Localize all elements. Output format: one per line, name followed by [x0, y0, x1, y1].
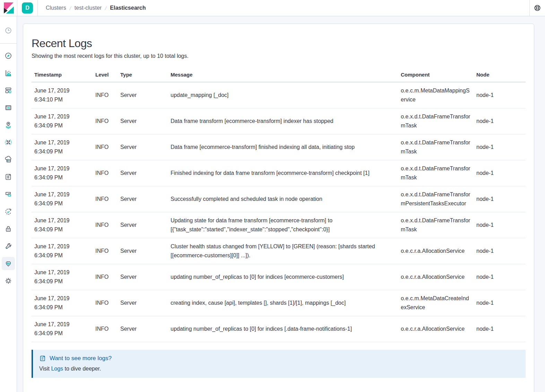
infrastructure-cloud-icon: [5, 156, 12, 163]
main-content: Recent Logs Showing the most recent logs…: [17, 16, 545, 392]
sidebar-item-logs[interactable]: [2, 170, 15, 184]
kibana-logo[interactable]: [0, 0, 17, 16]
cell-type: Server: [118, 290, 168, 316]
recent-logs-table: Timestamp Level Type Message Component N…: [32, 68, 526, 342]
cell-message: Cluster health status changed from [YELL…: [168, 238, 398, 264]
log-table-row: June 17, 20196:34:09 PM INFO Server upda…: [32, 264, 526, 290]
log-table-row: June 17, 20196:34:09 PM INFO Server upda…: [32, 316, 526, 342]
page-subtitle: Showing the most recent logs for this cl…: [32, 53, 526, 59]
callout-body: Visit Logs to dive deeper.: [39, 366, 519, 372]
sidebar-item-infrastructure[interactable]: [2, 153, 15, 166]
recent-logs-panel: Recent Logs Showing the most recent logs…: [23, 24, 534, 392]
sidebar-item-discover[interactable]: [2, 49, 15, 62]
cell-type: Server: [118, 186, 168, 212]
sidebar-item-visualize[interactable]: [2, 66, 15, 80]
cell-component: o.e.x.d.t.DataFrameTransformTask: [398, 134, 474, 160]
cell-timestamp: June 17, 20196:34:09 PM: [32, 212, 93, 238]
cell-level: INFO: [93, 264, 118, 290]
cell-timestamp: June 17, 20196:34:09 PM: [32, 186, 93, 212]
cell-node: node-1: [474, 290, 526, 316]
header-divider: [37, 0, 38, 16]
sidebar-item-management[interactable]: [2, 274, 15, 287]
sidebar-nav-list: [2, 44, 15, 292]
sidebar-item-stack-monitoring[interactable]: [2, 257, 15, 270]
cell-timestamp: June 17, 20196:34:09 PM: [32, 316, 93, 342]
cell-level: INFO: [93, 238, 118, 264]
space-selector-badge[interactable]: D: [22, 2, 33, 14]
cell-node: node-1: [474, 264, 526, 290]
cell-type: Server: [118, 212, 168, 238]
cell-type: Server: [118, 264, 168, 290]
cell-component: o.e.x.d.t.DataFrameTransformTask: [398, 212, 474, 238]
sidebar-item-maps[interactable]: [2, 118, 15, 132]
cell-type: Server: [118, 238, 168, 264]
top-bar: D Clusters / test-cluster / Elasticsearc…: [0, 0, 545, 16]
clock-icon: [5, 27, 12, 34]
compass-icon: [5, 52, 12, 60]
callout-text: Visit: [39, 366, 51, 372]
sidebar-item-uptime[interactable]: [2, 205, 15, 218]
breadcrumb-separator: /: [69, 5, 72, 11]
cell-node: node-1: [474, 82, 526, 108]
cell-level: INFO: [93, 108, 118, 134]
breadcrumb-clusters[interactable]: Clusters: [46, 5, 66, 11]
sidebar-item-recently-viewed[interactable]: [2, 24, 15, 37]
breadcrumb: Clusters / test-cluster / Elasticsearch: [46, 5, 146, 11]
log-table-row: June 17, 20196:34:09 PM INFO Server Fini…: [32, 160, 526, 186]
cell-level: INFO: [93, 290, 118, 316]
callout-title: Want to see more logs?: [50, 355, 112, 362]
cell-component: o.e.x.d.t.DataFrameTransformTask: [398, 108, 474, 134]
sidebar-item-siem[interactable]: [2, 222, 15, 235]
callout-text: to dive deeper.: [63, 366, 101, 372]
cell-node: node-1: [474, 134, 526, 160]
sidebar-item-dashboard[interactable]: [2, 84, 15, 97]
dev-tools-wrench-icon: [5, 242, 12, 250]
page-title: Recent Logs: [32, 37, 526, 50]
log-table-row: June 17, 20196:34:09 PM INFO Server Clus…: [32, 238, 526, 264]
cell-level: INFO: [93, 160, 118, 186]
breadcrumb-test-cluster[interactable]: test-cluster: [75, 5, 102, 11]
cell-message: Updating state for data frame transform …: [168, 212, 398, 238]
cell-message: creating index, cause [api], templates […: [168, 290, 398, 316]
cell-message: Successfully completed and scheduled tas…: [168, 186, 398, 212]
column-header-level: Level: [93, 68, 118, 82]
sidebar-item-dev-tools[interactable]: [2, 240, 15, 253]
column-header-timestamp: Timestamp: [32, 68, 93, 82]
cell-node: node-1: [474, 212, 526, 238]
cell-timestamp: June 17, 20196:34:09 PM: [32, 290, 93, 316]
log-table-row: June 17, 20196:34:09 PM INFO Server Succ…: [32, 186, 526, 212]
cell-timestamp: June 17, 20196:34:09 PM: [32, 264, 93, 290]
cell-type: Server: [118, 82, 168, 108]
cell-message: Data frame [ecommerce-transform] finishe…: [168, 134, 398, 160]
sidebar-item-apm[interactable]: [2, 188, 15, 201]
help-button[interactable]: [530, 0, 545, 16]
cell-component: o.e.c.r.a.AllocationService: [398, 238, 474, 264]
cell-node: node-1: [474, 160, 526, 186]
cell-component: o.e.c.r.a.AllocationService: [398, 264, 474, 290]
cell-message: updating number_of_replicas to [0] for i…: [168, 316, 398, 342]
breadcrumb-separator: /: [104, 5, 107, 11]
cell-node: node-1: [474, 316, 526, 342]
log-table-row: June 17, 20196:34:10 PM INFO Server upda…: [32, 82, 526, 108]
cell-message: updating number_of_replicas to [0] for i…: [168, 264, 398, 290]
sidebar-item-machine-learning[interactable]: [2, 136, 15, 149]
column-header-node: Node: [474, 68, 526, 82]
log-table-row: June 17, 20196:34:09 PM INFO Server crea…: [32, 290, 526, 316]
sidebar-item-canvas[interactable]: [2, 101, 15, 114]
cell-timestamp: June 17, 20196:34:10 PM: [32, 82, 93, 108]
cell-message: update_mapping [_doc]: [168, 82, 398, 108]
dashboard-icon: [5, 87, 12, 94]
log-table-row: June 17, 20196:34:09 PM INFO Server Upda…: [32, 212, 526, 238]
logs-link[interactable]: Logs: [51, 366, 63, 372]
table-header-row: Timestamp Level Type Message Component N…: [32, 68, 526, 82]
logs-scroll-icon: [5, 173, 12, 181]
column-header-type: Type: [118, 68, 168, 82]
cell-component: o.e.x.d.t.DataFrameTransformPersistentTa…: [398, 186, 474, 212]
cell-node: node-1: [474, 238, 526, 264]
cell-component: o.e.c.m.MetaDataMappingService: [398, 82, 474, 108]
cell-type: Server: [118, 160, 168, 186]
cell-timestamp: June 17, 20196:34:09 PM: [32, 160, 93, 186]
cell-timestamp: June 17, 20196:34:09 PM: [32, 108, 93, 134]
cell-component: o.e.c.r.a.AllocationService: [398, 316, 474, 342]
cell-type: Server: [118, 316, 168, 342]
